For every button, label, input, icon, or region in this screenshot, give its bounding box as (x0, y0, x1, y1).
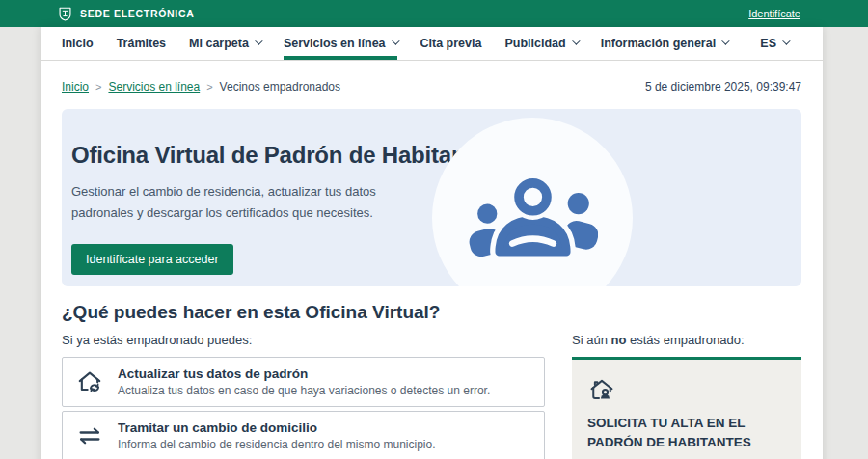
breadcrumb-current: Vecinos empadronados (220, 80, 340, 94)
hero-banner: Oficina Virtual de Padrón de Habitantes … (62, 109, 801, 286)
card-solicita-alta[interactable]: SOLICITA TU ALTA EN EL PADRÓN DE HABITAN… (572, 357, 801, 459)
nav-item-label: Inicio (62, 37, 94, 50)
not-registered-column: Si aún no estás empadronado: (572, 333, 801, 459)
breadcrumb-link-inicio[interactable]: Inicio (62, 80, 89, 94)
not-registered-intro: Si aún no estás empadronado: (572, 333, 801, 347)
registered-intro: Si ya estás empadronado puedes: (62, 333, 545, 347)
section-title: ¿Qué puedes hacer en esta Oficina Virtua… (62, 302, 801, 323)
nav-item-label: Información general (601, 37, 716, 50)
content-area: Inicio > Servicios en línea > Vecinos em… (41, 80, 823, 459)
card-text: Tramitar un cambio de domicilio Informa … (118, 420, 436, 451)
card-title: Tramitar un cambio de domicilio (118, 420, 436, 435)
card-description: Informa del cambio de residencia dentro … (118, 438, 436, 451)
language-selector[interactable]: ES (760, 27, 788, 60)
brand-title: SEDE ELECTRÓNICA (80, 8, 195, 19)
options-columns: Si ya estás empadronado puedes: (62, 333, 801, 459)
nav-item-tramites[interactable]: Trámites (117, 27, 166, 60)
chevron-down-icon (572, 37, 580, 44)
home-user-icon (587, 376, 786, 405)
hero-title: Oficina Virtual de Padrón de Habitantes (71, 142, 801, 169)
datetime-display: 5 de diciembre 2025, 09:39:47 (645, 80, 801, 94)
language-label: ES (760, 37, 776, 50)
nav-item-inicio[interactable]: Inicio (62, 27, 94, 60)
breadcrumb-link-servicios[interactable]: Servicios en línea (108, 80, 200, 94)
nav-item-mi-carpeta[interactable]: Mi carpeta (189, 27, 260, 60)
registered-column: Si ya estás empadronado puedes: (62, 333, 545, 459)
card-cambio-domicilio[interactable]: Tramitar un cambio de domicilio Informa … (62, 411, 545, 459)
nav-item-informacion-general[interactable]: Información general (601, 27, 727, 60)
intro-text: Si aún (572, 333, 610, 347)
card-actualizar-datos[interactable]: Actualizar tus datos de padrón Actualiza… (62, 357, 545, 407)
breadcrumb-separator: > (95, 81, 101, 93)
nav-item-label: Trámites (117, 37, 166, 50)
nav-item-label: Servicios en línea (284, 37, 386, 50)
nav-item-label: Cita previa (420, 37, 482, 50)
identify-access-button[interactable]: Identifícate para acceder (71, 244, 233, 275)
shield-crest-icon (58, 6, 72, 22)
intro-text: estás empadronado: (626, 333, 744, 347)
chevron-down-icon (255, 37, 262, 44)
hero-description: Gestionar el cambio de residencia, actua… (71, 181, 438, 224)
page-container: Inicio Trámites Mi carpeta Servicios en … (41, 27, 823, 459)
breadcrumb: Inicio > Servicios en línea > Vecinos em… (62, 80, 340, 94)
swap-arrows-icon (76, 422, 105, 449)
right-card-title: SOLICITA TU ALTA EN EL PADRÓN DE HABITAN… (587, 414, 786, 453)
card-title: Actualizar tus datos de padrón (118, 366, 490, 381)
intro-bold: no (610, 333, 626, 347)
card-text: Actualizar tus datos de padrón Actualiza… (118, 366, 490, 397)
nav-item-label: Mi carpeta (189, 37, 249, 50)
nav-item-cita-previa[interactable]: Cita previa (420, 27, 482, 60)
nav-item-publicidad[interactable]: Publicidad (504, 27, 577, 60)
breadcrumb-separator: > (206, 81, 212, 93)
identify-link[interactable]: Identifícate (748, 8, 800, 19)
house-sync-icon (76, 368, 105, 395)
page-viewport: SEDE ELECTRÓNICA Identifícate Inicio Trá… (0, 0, 868, 459)
card-description: Actualiza tus datos en caso de que haya … (118, 384, 490, 397)
main-nav: Inicio Trámites Mi carpeta Servicios en … (41, 27, 823, 61)
breadcrumb-row: Inicio > Servicios en línea > Vecinos em… (62, 80, 801, 94)
chevron-down-icon (392, 37, 399, 44)
chevron-down-icon (782, 37, 790, 44)
nav-item-label: Publicidad (504, 37, 565, 50)
nav-item-servicios-en-linea[interactable]: Servicios en línea (284, 27, 397, 60)
top-bar: SEDE ELECTRÓNICA Identifícate (0, 0, 868, 27)
people-group-icon (468, 176, 598, 261)
chevron-down-icon (721, 37, 729, 44)
brand: SEDE ELECTRÓNICA (58, 6, 195, 22)
